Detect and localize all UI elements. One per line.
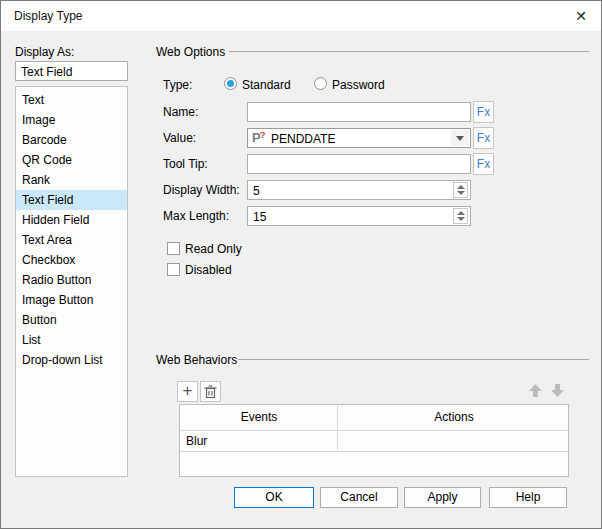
- display-as-input[interactable]: [15, 61, 128, 81]
- list-item-radio-button[interactable]: Radio Button: [16, 270, 127, 290]
- trash-icon: [204, 385, 217, 399]
- spin-down-icon: [457, 217, 465, 221]
- list-item-list[interactable]: List: [16, 330, 127, 350]
- max-length-value: 15: [253, 210, 266, 224]
- display-width-spin-buttons[interactable]: [453, 182, 468, 198]
- value-dropdown-button[interactable]: [451, 130, 469, 146]
- radio-standard-label: Standard: [242, 78, 291, 92]
- list-item-text[interactable]: Text: [16, 90, 127, 110]
- web-options-divider: [229, 51, 589, 52]
- spin-up-icon: [457, 211, 465, 215]
- web-options-title: Web Options: [156, 45, 225, 59]
- list-item-drop-down-list[interactable]: Drop-down List: [16, 350, 127, 370]
- list-item-button[interactable]: Button: [16, 310, 127, 330]
- list-item-image[interactable]: Image: [16, 110, 127, 130]
- dialog-title: Display Type: [14, 9, 82, 23]
- delete-behavior-button[interactable]: [200, 381, 221, 402]
- action-cell[interactable]: [338, 431, 570, 451]
- value-combobox[interactable]: P? PENDDATE: [247, 128, 471, 148]
- display-type-dialog: Display Type ✕ Display As: TextImageBarc…: [0, 0, 602, 529]
- name-label: Name:: [163, 105, 198, 119]
- actions-column-header: Actions: [338, 405, 570, 430]
- display-as-label: Display As:: [15, 45, 74, 59]
- help-button[interactable]: Help: [489, 487, 567, 508]
- close-icon[interactable]: ✕: [570, 6, 592, 26]
- ok-button[interactable]: OK: [234, 487, 314, 508]
- radio-standard[interactable]: [224, 77, 237, 90]
- value-label: Value:: [163, 131, 196, 145]
- max-length-spinner[interactable]: 15: [247, 206, 471, 226]
- cancel-button[interactable]: Cancel: [320, 487, 398, 508]
- read-only-checkbox[interactable]: [167, 242, 180, 255]
- list-item-text-field[interactable]: Text Field: [16, 190, 127, 210]
- spin-up-icon: [457, 185, 465, 189]
- display-width-spinner[interactable]: 5: [247, 180, 471, 200]
- tooltip-fx-button[interactable]: Fx: [473, 153, 494, 175]
- row-divider: [180, 451, 568, 452]
- list-item-barcode[interactable]: Barcode: [16, 130, 127, 150]
- radio-password-label: Password: [332, 78, 385, 92]
- parameter-icon: P?: [252, 130, 268, 146]
- type-label: Type:: [163, 78, 192, 92]
- display-as-listbox[interactable]: TextImageBarcodeQR CodeRankText FieldHid…: [15, 86, 128, 477]
- tooltip-input[interactable]: [247, 154, 471, 174]
- radio-password[interactable]: [314, 77, 327, 90]
- web-behaviors-divider: [238, 359, 589, 360]
- events-column-header: Events: [180, 405, 338, 430]
- plus-icon: +: [183, 381, 193, 400]
- max-length-label: Max Length:: [163, 209, 229, 223]
- spin-down-icon: [457, 191, 465, 195]
- web-behaviors-table[interactable]: Events Actions Blur: [179, 404, 569, 477]
- up-arrow-icon: [527, 382, 544, 399]
- value-combobox-text: PENDDATE: [271, 132, 335, 146]
- display-width-label: Display Width:: [163, 183, 240, 197]
- disabled-checkbox[interactable]: [167, 263, 180, 276]
- move-up-button[interactable]: [527, 382, 544, 399]
- disabled-label: Disabled: [185, 263, 232, 277]
- event-cell[interactable]: Blur: [180, 431, 338, 451]
- list-item-qr-code[interactable]: QR Code: [16, 150, 127, 170]
- chevron-down-icon: [456, 136, 464, 141]
- name-fx-button[interactable]: Fx: [473, 101, 494, 123]
- tooltip-label: Tool Tip:: [163, 157, 208, 171]
- list-item-image-button[interactable]: Image Button: [16, 290, 127, 310]
- value-fx-button[interactable]: Fx: [473, 127, 494, 149]
- apply-button[interactable]: Apply: [404, 487, 481, 508]
- list-item-rank[interactable]: Rank: [16, 170, 127, 190]
- list-item-hidden-field[interactable]: Hidden Field: [16, 210, 127, 230]
- title-bar: Display Type ✕: [1, 1, 601, 31]
- down-arrow-icon: [549, 382, 566, 399]
- max-length-spin-buttons[interactable]: [453, 208, 468, 224]
- web-behaviors-title: Web Behaviors: [156, 353, 237, 367]
- name-input[interactable]: [247, 102, 471, 122]
- read-only-label: Read Only: [185, 242, 242, 256]
- list-item-checkbox[interactable]: Checkbox: [16, 250, 127, 270]
- list-item-text-area[interactable]: Text Area: [16, 230, 127, 250]
- move-down-button[interactable]: [549, 382, 566, 399]
- display-width-value: 5: [253, 184, 260, 198]
- add-behavior-button[interactable]: +: [177, 381, 198, 402]
